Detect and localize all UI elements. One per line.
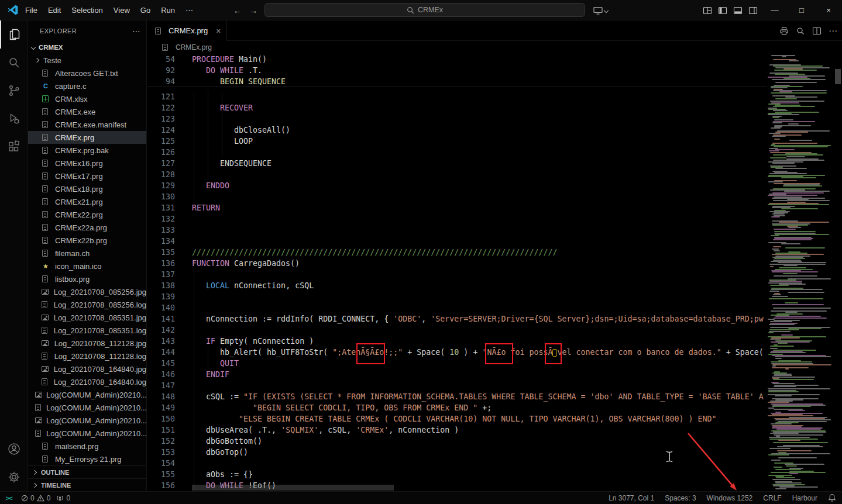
minimap-line — [772, 136, 786, 137]
minimap-line — [789, 140, 812, 141]
sticky-scroll: 54PROCEDURE Main()92 DO WHILE .T.94 BEGI… — [147, 54, 767, 87]
screen-share-button[interactable] — [593, 4, 608, 18]
code-editor[interactable]: 54PROCEDURE Main()92 DO WHILE .T.94 BEGI… — [147, 54, 767, 491]
find-icon[interactable] — [796, 26, 805, 36]
menu-run[interactable]: Run — [156, 0, 180, 20]
file-item-crmex21-prg[interactable]: CRMEx21.prg — [28, 195, 146, 208]
file-item-crmex-exe[interactable]: CRMEx.exe — [28, 105, 146, 118]
file-item-crmex22-prg[interactable]: CRMEx22.prg — [28, 208, 146, 221]
minimap-line — [772, 365, 776, 367]
file-item-icon-main-ico[interactable]: icon_main.ico — [28, 260, 146, 272]
tab-close-icon[interactable]: × — [216, 26, 221, 36]
timeline-section[interactable]: TIMELINE — [28, 478, 146, 491]
file-item-capture-c[interactable]: capture.c — [28, 80, 146, 92]
horizontal-scrollbar[interactable] — [192, 485, 394, 491]
problems-indicator[interactable]: 0 0 — [18, 492, 50, 504]
file-item-crmex17-prg[interactable]: CRMEx17.prg — [28, 170, 146, 182]
menu-go[interactable]: Go — [135, 0, 156, 20]
warning-icon — [37, 495, 44, 502]
indentation-indicator[interactable]: Spaces: 3 — [665, 492, 696, 504]
file-file-icon — [42, 147, 54, 154]
print-icon[interactable] — [779, 26, 789, 36]
line-number: 94 — [147, 76, 175, 87]
code-text: cSQL := "IF (EXISTS (SELECT * FROM INFOR… — [192, 391, 764, 402]
split-editor-icon[interactable] — [812, 26, 822, 36]
minimap-line — [775, 74, 805, 75]
file-item-alteracoes-get-txt[interactable]: Alteracoes GET.txt — [28, 67, 146, 80]
file-item-log-20210708-085256-log[interactable]: Log_20210708_085256.log — [28, 298, 146, 311]
file-item-teste[interactable]: Teste — [28, 54, 146, 67]
menu-view[interactable]: View — [108, 0, 135, 20]
file-item-listbox-prg[interactable]: listbox.prg — [28, 272, 146, 285]
file-item-log-comum-admin-20210-[interactable]: Log(COMUM_Admin)20210... — [28, 401, 146, 414]
code-line: 121 — [147, 91, 767, 102]
remote-indicator[interactable]: >< — [0, 492, 18, 504]
file-item-log-20210708-085256-jpg[interactable]: Log_20210708_085256.jpg — [28, 285, 146, 298]
explorer-more-actions-icon[interactable]: ⋯ — [132, 26, 140, 36]
ports-indicator[interactable]: 0 — [50, 492, 70, 504]
file-item-crmex-exe-manifest[interactable]: CRMEx.exe.manifest — [28, 118, 146, 131]
workspace-section[interactable]: CRMEX — [28, 41, 146, 54]
file-item-log-comum-admin-20210-[interactable]: Log(COMUM_Admin)20210... — [28, 427, 146, 440]
tab-crmex-prg[interactable]: CRMEx.prg × — [147, 20, 227, 41]
file-item-crmex-prg-bak[interactable]: CRMEx.prg.bak — [28, 144, 146, 157]
extensions-icon[interactable] — [0, 133, 28, 161]
outline-section[interactable]: OUTLINE — [28, 465, 146, 478]
file-item-log-20210708-112128-log[interactable]: Log_20210708_112128.log — [28, 350, 146, 363]
search-sidebar-icon[interactable] — [0, 49, 28, 77]
minimap-line — [769, 324, 795, 325]
file-item-log-comum-admin-20210-[interactable]: Log(COMUM_Admin)20210... — [28, 414, 146, 427]
file-item-my-errorsys-21-prg[interactable]: My_Errorsys 21.prg — [28, 453, 146, 465]
code-line: 144 hb_Alert( hb_UTF8ToStr( ";AtenÃ§Ã£o!… — [147, 347, 767, 358]
file-item-crmex22a-prg[interactable]: CRMEx22a.prg — [28, 221, 146, 234]
command-center-search[interactable]: CRMEx — [264, 3, 585, 17]
toggle-secondary-sidebar-icon[interactable] — [745, 0, 761, 20]
customize-layout-icon[interactable] — [700, 0, 715, 20]
file-icon — [155, 27, 161, 34]
menu-selection[interactable]: Selection — [66, 0, 108, 20]
maximize-button[interactable]: □ — [788, 0, 815, 20]
toggle-sidebar-icon[interactable] — [715, 0, 730, 20]
cursor-position[interactable]: Ln 3077, Col 1 — [609, 492, 654, 504]
line-number: 125 — [147, 136, 175, 147]
minimap[interactable] — [767, 54, 834, 491]
menu-overflow-icon[interactable]: ⋯ — [180, 0, 198, 20]
file-item-crm-xlsx[interactable]: CRM.xlsx — [28, 92, 146, 105]
file-item-crmex16-prg[interactable]: CRMEx16.prg — [28, 157, 146, 170]
file-item-log-comum-admin-20210-[interactable]: Log(COMUM_Admin)20210... — [28, 388, 146, 401]
toggle-panel-icon[interactable] — [730, 0, 745, 20]
file-item-log-20210708-112128-jpg[interactable]: Log_20210708_112128.jpg — [28, 337, 146, 350]
file-item-log-20210708-164840-jpg[interactable]: Log_20210708_164840.jpg — [28, 363, 146, 375]
run-debug-icon[interactable] — [0, 105, 28, 133]
file-item-mailsend-prg[interactable]: mailsend.prg — [28, 440, 146, 453]
back-icon[interactable]: ← — [231, 0, 245, 20]
line-number: 142 — [147, 325, 175, 336]
explorer-icon[interactable] — [0, 20, 28, 49]
vertical-scrollbar[interactable] — [835, 69, 841, 84]
language-indicator[interactable]: Harbour — [792, 492, 817, 504]
file-label: listbox.prg — [55, 275, 90, 284]
minimize-button[interactable]: — — [761, 0, 788, 20]
file-item-log-20210708-085351-jpg[interactable]: Log_20210708_085351.jpg — [28, 311, 146, 324]
eol-indicator[interactable]: CRLF — [763, 492, 781, 504]
notifications-bell-icon[interactable] — [828, 492, 836, 504]
menu-edit[interactable]: Edit — [43, 0, 66, 20]
account-icon[interactable] — [0, 435, 28, 463]
file-item-fileman-ch[interactable]: fileman.ch — [28, 247, 146, 260]
file-label: Log_20210708_164840.log — [54, 378, 146, 386]
file-item-log-20210708-164840-log[interactable]: Log_20210708_164840.log — [28, 375, 146, 388]
code-line: 154 — [147, 458, 767, 469]
source-control-icon[interactable] — [0, 77, 28, 105]
menu-file[interactable]: File — [20, 0, 43, 20]
file-item-crmex-prg[interactable]: CRMEx.prg — [28, 131, 146, 144]
encoding-indicator[interactable]: Windows 1252 — [707, 492, 753, 504]
file-item-crmex22b-prg[interactable]: CRMEx22b.prg — [28, 234, 146, 247]
explorer-title: EXPLORER — [40, 27, 132, 34]
more-actions-icon[interactable]: ⋯ — [829, 26, 837, 36]
breadcrumb[interactable]: CRMEx.prg — [147, 41, 842, 54]
close-button[interactable]: × — [815, 0, 842, 20]
file-item-crmex18-prg[interactable]: CRMEx18.prg — [28, 182, 146, 195]
file-item-log-20210708-085351-log[interactable]: Log_20210708_085351.log — [28, 324, 146, 337]
settings-gear-icon[interactable] — [0, 463, 28, 491]
forward-icon[interactable]: → — [246, 0, 260, 20]
